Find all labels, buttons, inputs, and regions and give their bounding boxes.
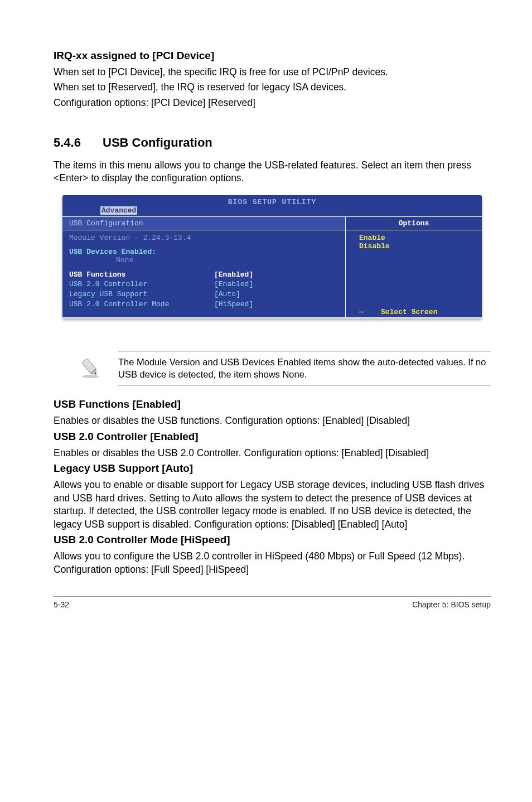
irq-body-1: When set to [PCI Device], the specific I… — [54, 66, 491, 79]
pencil-icon — [79, 351, 103, 381]
section-intro: The items in this menu allows you to cha… — [54, 159, 491, 185]
usb-20-mode-body: Allows you to configure the USB 2.0 cont… — [54, 550, 491, 576]
usb-20-mode-heading: USB 2.0 Controller Mode [HiSpeed] — [54, 533, 491, 547]
bios-row-label: USB Functions — [69, 270, 214, 280]
bios-row-legacy-usb[interactable]: Legacy USB Support [Auto] — [69, 289, 338, 299]
section-heading: 5.4.6USB Configuration — [54, 136, 491, 150]
footer-rule — [54, 596, 491, 597]
note-rule-bottom — [118, 385, 491, 385]
bios-row-label: USB 2.0 Controller Mode — [69, 299, 214, 310]
bios-row-label: Legacy USB Support — [69, 289, 214, 299]
irq-heading: IRQ-xx assigned to [PCI Device] — [54, 49, 491, 62]
usb-functions-body: Enables or disables the USB functions. C… — [54, 414, 491, 428]
bios-right-inner: Enable Disable ↔ Select Screen — [346, 230, 482, 317]
bios-tab-advanced[interactable]: Advanced — [100, 206, 137, 215]
bios-row-usb-20-controller[interactable]: USB 2.0 Controller [Enabled] — [69, 279, 338, 289]
bios-devices-enabled-label: USB Devices Enabled: — [69, 248, 338, 256]
note-text: The Module Version and USB Devices Enabl… — [118, 356, 491, 381]
bios-title: BIOS SETUP UTILITY — [62, 195, 482, 206]
bios-body: USB Configuration Module Version - 2.24.… — [62, 216, 482, 317]
usb-20-controller-body: Enables or disables the USB 2.0 Controll… — [54, 447, 491, 460]
bios-row-value: [HiSpeed] — [214, 299, 253, 310]
svg-point-0 — [82, 375, 99, 378]
bios-option-enable[interactable]: Enable — [359, 234, 475, 242]
bios-row-value: [Auto] — [214, 289, 240, 299]
section-title: USB Configuration — [103, 136, 212, 149]
bios-shadow — [62, 330, 482, 336]
page-footer: 5-32 Chapter 5: BIOS setup — [54, 600, 491, 609]
bios-screenshot: BIOS SETUP UTILITY Advanced USB Configur… — [62, 195, 482, 318]
section-number: 5.4.6 — [54, 136, 103, 150]
footer-chapter: Chapter 5: BIOS setup — [412, 600, 491, 609]
bios-right-header: Options — [346, 217, 482, 230]
bios-devices-enabled-value: None — [69, 256, 338, 264]
usb-functions-heading: USB Functions [Enabled] — [54, 398, 491, 411]
bios-left-inner: Module Version - 2.24.3-13.4 USB Devices… — [62, 230, 345, 317]
bios-row-usb-functions[interactable]: USB Functions [Enabled] — [69, 270, 338, 280]
usb-20-controller-heading: USB 2.0 Controller [Enabled] — [54, 430, 491, 443]
legacy-usb-body: Allows you to enable or disable support … — [54, 479, 491, 532]
footer-page-number: 5-32 — [54, 600, 69, 609]
note-text-wrap: The Module Version and USB Devices Enabl… — [118, 351, 491, 386]
bios-row-usb-20-mode[interactable]: USB 2.0 Controller Mode [HiSpeed] — [69, 299, 338, 310]
note-rule-top — [118, 351, 491, 351]
irq-body-3: Configuration options: [PCI Device] [Res… — [54, 96, 491, 110]
bios-row-value: [Enabled] — [214, 279, 253, 289]
bios-left-header: USB Configuration — [62, 217, 345, 230]
nav-select-screen: Select Screen — [381, 308, 437, 316]
legacy-usb-heading: Legacy USB Support [Auto] — [54, 462, 491, 475]
bios-nav-hint: ↔ Select Screen — [359, 308, 475, 316]
note-callout: The Module Version and USB Devices Enabl… — [79, 351, 491, 386]
bios-panel: BIOS SETUP UTILITY Advanced USB Configur… — [62, 195, 482, 318]
bios-row-label: USB 2.0 Controller — [69, 279, 214, 289]
irq-body-2: When set to [Reserved], the IRQ is reser… — [54, 81, 491, 94]
bios-option-disable[interactable]: Disable — [359, 242, 475, 250]
bios-right-panel: Options Enable Disable ↔ Select Screen — [345, 217, 482, 317]
bios-module-version: Module Version - 2.24.3-13.4 — [69, 234, 338, 242]
bios-tab-row: Advanced — [62, 206, 482, 216]
nav-arrow-icon: ↔ — [359, 308, 364, 316]
page-content: IRQ-xx assigned to [PCI Device] When set… — [0, 0, 532, 626]
bios-row-value: [Enabled] — [214, 270, 253, 280]
bios-left-panel: USB Configuration Module Version - 2.24.… — [62, 217, 345, 317]
